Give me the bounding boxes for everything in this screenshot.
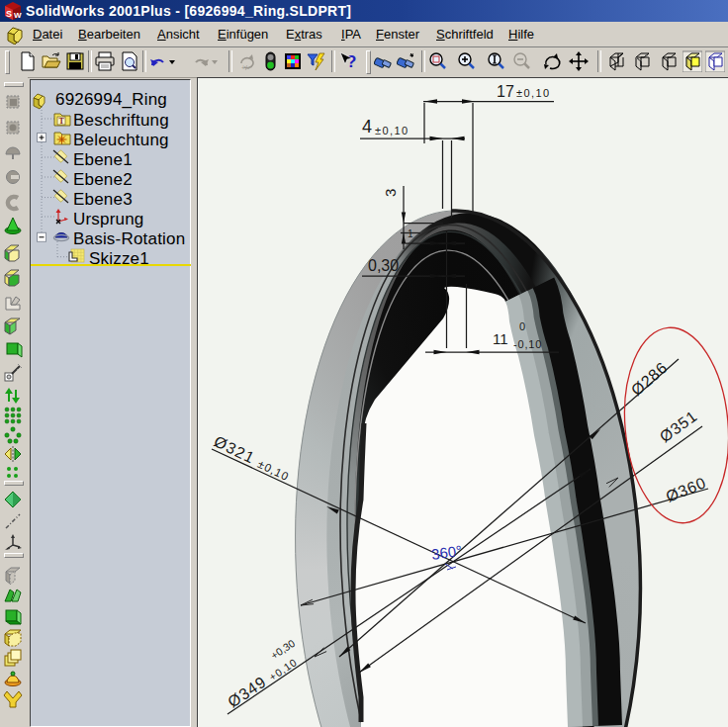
svg-text:Ø351: Ø351 <box>657 408 700 446</box>
svg-text:+/-: +/- <box>241 64 250 71</box>
svg-text:W: W <box>14 11 22 20</box>
svg-text:11: 11 <box>493 330 508 347</box>
svg-text:0,30: 0,30 <box>368 257 399 274</box>
svg-text:Ø286: Ø286 <box>628 359 671 400</box>
svg-text:Ø321 ±0,10: Ø321 ±0,10 <box>212 432 293 484</box>
svg-text:-0,10: -0,10 <box>513 338 542 350</box>
svg-text:0: 0 <box>519 320 525 332</box>
svg-text:?: ? <box>346 52 356 71</box>
svg-text:±0,10: ±0,10 <box>375 125 409 136</box>
svg-text:Ø360: Ø360 <box>664 474 709 505</box>
svg-text:Ø349 +0,10: Ø349 +0,10 <box>225 653 300 711</box>
svg-text:4: 4 <box>362 117 372 136</box>
svg-text:1: 1 <box>408 228 413 239</box>
svg-text:S: S <box>6 9 12 19</box>
svg-text:3: 3 <box>382 189 399 197</box>
svg-text:T: T <box>59 117 65 126</box>
svg-text:±0,10: ±0,10 <box>516 87 550 99</box>
svg-text:17: 17 <box>497 83 514 100</box>
